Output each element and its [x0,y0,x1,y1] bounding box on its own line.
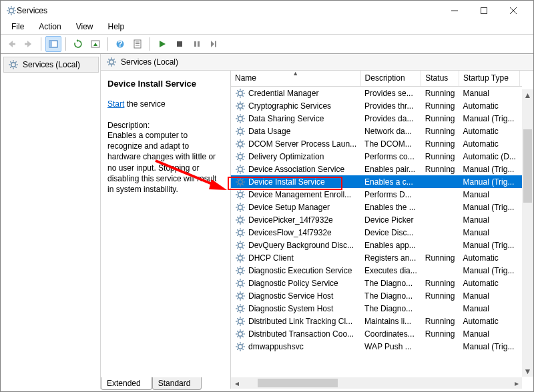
back-button[interactable] [3,36,19,52]
gear-icon [235,291,246,301]
gear-icon [106,57,117,67]
table-row[interactable]: Cryptographic ServicesProvides thr...Run… [231,99,522,112]
svg-marker-32 [211,41,214,47]
service-status [421,213,459,226]
service-status: Running [421,125,459,137]
properties-button[interactable] [129,36,146,52]
service-status: Running [421,289,459,302]
service-startup: Manual [459,213,519,226]
gear-icon [8,59,19,70]
tab-extended[interactable]: Extended [101,377,152,390]
scroll-right-icon[interactable]: ▸ [511,377,522,389]
table-row[interactable]: DHCP ClientRegisters an...RunningAutomat… [231,251,522,264]
vertical-scrollbar[interactable]: ▲ ▼ [522,89,533,377]
table-row[interactable]: dmwappushsvcWAP Push ...Manual (Trig...L… [231,340,522,353]
gear-icon [235,316,246,327]
tree-node-label: Services (Local) [23,60,80,69]
horizontal-scrollbar[interactable]: ◂ ▸ [231,377,522,389]
service-name: Device Install Service [248,177,325,187]
gear-icon [235,151,246,162]
maximize-button[interactable] [469,2,499,19]
table-row[interactable]: Diagnostic System HostThe Diagno...Manua… [231,302,522,315]
table-row[interactable]: Device Management Enroll...Performs D...… [231,188,522,201]
service-desc: Performs D... [360,188,421,201]
service-status: Running [421,251,459,264]
table-row[interactable]: DevQuery Background Disc...Enables app..… [231,239,522,251]
gear-icon [235,341,246,352]
tab-standard[interactable]: Standard [152,377,202,390]
service-startup: Manual [459,289,519,302]
show-hide-button[interactable] [45,36,61,52]
service-startup: Manual (Trig... [459,264,519,277]
forward-button[interactable] [21,36,37,52]
table-row[interactable]: Diagnostic Execution ServiceExecutes dia… [231,264,522,277]
menu-action[interactable]: Action [32,21,67,33]
service-list: ▲Name Description Status Startup Type Lo… [231,71,533,389]
service-startup: Manual (Trig... [459,163,519,175]
minimize-button[interactable] [440,2,469,19]
start-service-button[interactable] [154,36,170,52]
table-row[interactable]: Device Setup ManagerEnables the ...Manua… [231,201,522,213]
table-row[interactable]: Distributed Link Tracking Cl...Maintains… [231,315,522,327]
svg-rect-14 [13,43,15,45]
table-row[interactable]: Diagnostic Policy ServiceThe Diagno...Ru… [231,277,522,289]
titlebar: Services [1,1,533,21]
service-status [421,175,459,188]
close-button[interactable] [499,2,528,19]
table-row[interactable]: Credential ManagerProvides se...RunningM… [231,87,522,100]
refresh-button[interactable] [70,36,86,52]
view-tabs: Extended Standard [101,378,202,391]
service-startup: Manual [459,87,519,100]
service-name: DHCP Client [248,253,294,263]
table-row[interactable]: DCOM Server Process Laun...The DCOM...Ru… [231,137,522,150]
service-desc: Device Disc... [360,226,421,239]
service-name: dmwappushsvc [248,342,304,351]
stop-service-button[interactable] [172,36,188,52]
table-row[interactable]: Delivery OptimizationPerforms co...Runni… [231,150,522,163]
menu-file[interactable]: File [5,21,31,33]
table-row[interactable]: DevicePicker_14f7932eDevice PickerManual… [231,213,522,226]
service-name: Credential Manager [248,89,318,98]
menu-view[interactable]: View [69,21,100,33]
col-startup-type[interactable]: Startup Type [459,71,519,87]
service-desc: Registers an... [360,251,421,264]
menu-help[interactable]: Help [101,21,131,33]
col-name[interactable]: ▲Name [231,71,360,87]
start-suffix: the service [124,99,165,109]
table-row[interactable]: Distributed Transaction Coo...Coordinate… [231,327,522,340]
service-name: DevicesFlow_14f7932e [248,228,332,237]
service-startup: Manual (Trig... [459,175,519,188]
tree-node-services-local[interactable]: Services (Local) [3,57,99,73]
export-button[interactable] [87,36,103,52]
help-button[interactable]: ? [112,36,128,52]
col-description[interactable]: Description [360,71,421,87]
scroll-left-icon[interactable]: ◂ [231,377,242,389]
service-name: Cryptographic Services [248,101,331,111]
svg-text:?: ? [117,39,122,49]
table-row[interactable]: Data UsageNetwork da...RunningAutomaticL… [231,125,522,137]
table-row[interactable]: Diagnostic Service HostThe Diagno...Runn… [231,289,522,302]
service-startup: Manual (Trig... [459,112,519,125]
table-row[interactable]: Device Association ServiceEnables pair..… [231,163,522,175]
col-status[interactable]: Status [421,71,459,87]
service-desc: Maintains li... [360,315,421,327]
table-row[interactable]: Data Sharing ServiceProvides da...Runnin… [231,112,522,125]
svg-rect-18 [49,41,52,47]
start-link[interactable]: Start [107,99,124,109]
service-desc: Provides da... [360,112,421,125]
service-startup: Automatic [459,277,519,289]
table-row[interactable]: DevicesFlow_14f7932eDevice Disc...Manual… [231,226,522,239]
service-startup: Automatic [459,99,519,112]
svg-rect-16 [25,43,27,45]
service-name: Device Association Service [248,165,344,174]
service-status: Running [421,277,459,289]
service-desc: Network da... [360,125,421,137]
gear-icon [235,113,246,124]
col-logon[interactable]: Log [520,71,522,87]
service-name: DevQuery Background Disc... [248,241,354,250]
pause-service-button[interactable] [189,36,205,52]
table-row[interactable]: Device Install ServiceEnables a c...Manu… [231,175,522,188]
service-startup: Manual (Trig... [459,201,519,213]
restart-service-button[interactable] [206,36,222,52]
service-status: Running [421,327,459,340]
